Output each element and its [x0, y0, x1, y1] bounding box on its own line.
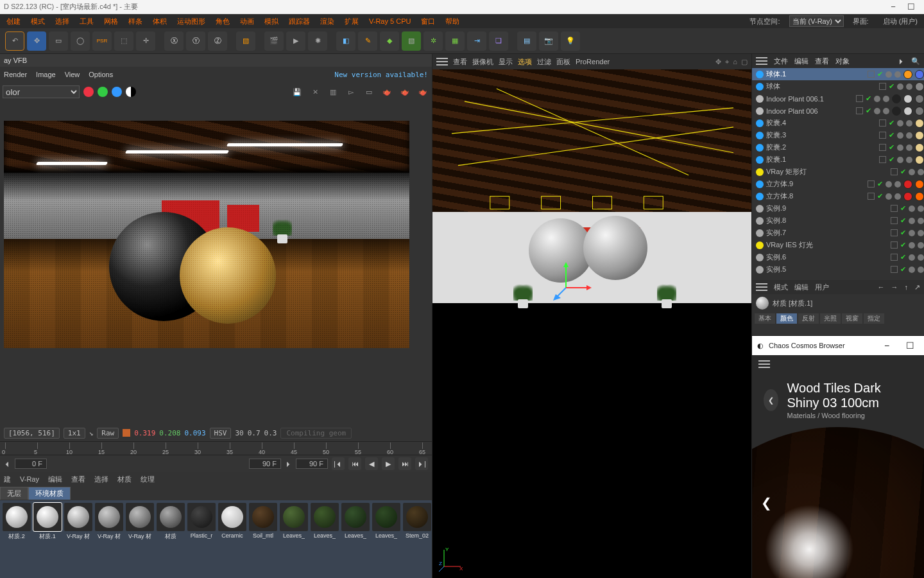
render-output-image[interactable] [4, 121, 409, 348]
material-cell[interactable]: Stem_02 [403, 503, 431, 575]
editor-vis-dot[interactable] [909, 254, 915, 261]
material-cell[interactable]: V-Ray 材 [126, 503, 154, 575]
object-row[interactable]: 立方体.9 ✔ [752, 178, 924, 190]
material-cell[interactable]: Leaves_ [341, 503, 370, 575]
vp-home-icon[interactable]: ⌂ [733, 58, 737, 66]
tag-icon[interactable]: ❏ [489, 31, 508, 51]
editor-vis-dot[interactable] [874, 108, 880, 114]
frame-end-b[interactable]: 90 F [296, 459, 328, 469]
move-tool-icon[interactable]: ✥ [27, 31, 46, 51]
layer-toggle[interactable] [879, 83, 886, 90]
render-vis-dot[interactable] [918, 242, 924, 249]
render-vis-dot[interactable] [918, 267, 924, 273]
layer-toggle[interactable] [879, 156, 886, 163]
material-cell[interactable]: Leaves_ [280, 503, 308, 575]
editor-vis-dot[interactable] [909, 267, 915, 273]
goto-start-icon[interactable]: |⏴ [332, 457, 345, 470]
render-vis-dot[interactable] [906, 157, 912, 163]
matmenu-V-Ray[interactable]: V-Ray [20, 475, 39, 483]
play-fwd-icon[interactable]: ▶ [382, 457, 395, 470]
render-vis-dot[interactable] [918, 230, 924, 236]
visibility-toggle[interactable]: ✔ [889, 143, 894, 152]
render-settings-icon[interactable]: ✺ [308, 31, 327, 51]
cosmos-minimize-button[interactable]: − [878, 340, 896, 351]
object-row[interactable]: Indoor Plant 006.1 ✔ [752, 92, 924, 105]
material-tag-icon[interactable] [915, 155, 924, 164]
render-vis-dot[interactable] [918, 169, 924, 175]
matmenu-纹理[interactable]: 纹理 [141, 475, 155, 484]
visibility-toggle[interactable]: ✔ [889, 119, 894, 127]
goto-end-icon[interactable]: ⏵| [415, 457, 428, 470]
attr-back-icon[interactable]: ← [878, 283, 885, 291]
attr-up-icon[interactable]: ↑ [905, 283, 909, 291]
material-tag-icon[interactable] [915, 143, 924, 152]
render-region-icon[interactable]: ▶ [286, 31, 305, 51]
material-tag-icon[interactable] [903, 192, 912, 201]
material-tag-icon[interactable] [903, 180, 912, 189]
matmenu-材质[interactable]: 材质 [117, 475, 132, 484]
menu-工具[interactable]: 工具 [74, 17, 99, 26]
maximize-button[interactable]: ☐ [902, 2, 920, 12]
cosmos-hamburger-icon[interactable] [758, 363, 770, 365]
material-cell[interactable]: Plastic_r [187, 503, 216, 575]
layer-toggle[interactable] [856, 95, 863, 102]
menu-渲染[interactable]: 渲染 [315, 17, 339, 26]
scale-tool-icon[interactable]: ▭ [49, 31, 68, 51]
layer-toggle[interactable] [891, 241, 898, 249]
object-row[interactable]: 胶囊.1 ✔ [752, 153, 924, 166]
teapot-a-icon[interactable]: 🫖 [381, 85, 393, 98]
editor-vis-dot[interactable] [909, 206, 915, 212]
object-row[interactable]: 立方体.8 ✔ [752, 190, 924, 202]
timeline-ruler[interactable]: 05101520253035404550556065707580 [0, 441, 432, 455]
object-row[interactable]: VRay 矩形灯 ✔ [752, 166, 924, 178]
channel-alpha-icon[interactable] [126, 87, 136, 97]
attr-fwd-icon[interactable]: → [891, 283, 898, 291]
object-row[interactable]: Indoor Plant 006 ✔ [752, 105, 924, 117]
generator-icon[interactable]: ◆ [380, 31, 399, 51]
visibility-toggle[interactable]: ✔ [900, 253, 906, 261]
layer-toggle[interactable] [891, 205, 898, 212]
menu-帮助[interactable]: 帮助 [440, 17, 465, 26]
material-cell[interactable]: V-Ray 材 [95, 503, 123, 575]
psr-icon[interactable]: PSR [92, 31, 112, 51]
readout-curve-icon[interactable]: ↘ [89, 429, 94, 437]
material-tag-icon[interactable] [892, 107, 901, 116]
attr-tab-反射[interactable]: 反射 [798, 313, 819, 324]
layer-toggle[interactable] [868, 180, 875, 188]
layer-toggle[interactable] [891, 229, 898, 236]
crosshair-icon[interactable]: ✛ [136, 31, 155, 51]
render-vis-dot[interactable] [906, 120, 912, 127]
vp-menu-prorender[interactable]: ProRender [576, 58, 610, 66]
editor-vis-dot[interactable] [886, 181, 892, 188]
material-tag-icon[interactable] [915, 94, 924, 103]
material-cell[interactable]: Leaves_ [311, 503, 339, 575]
material-cell[interactable]: V-Ray 材 [64, 503, 92, 575]
material-tag-icon[interactable] [903, 107, 912, 116]
object-row[interactable]: 胶囊.3 ✔ [752, 129, 924, 141]
editor-vis-dot[interactable] [909, 230, 915, 236]
attr-hamburger-icon[interactable] [756, 286, 767, 288]
editor-vis-dot[interactable] [909, 242, 915, 249]
readout-space[interactable]: HSV [210, 428, 232, 439]
vp-menu-camera[interactable]: 摄像机 [472, 57, 493, 67]
editor-vis-dot[interactable] [897, 132, 903, 139]
render-vis-dot[interactable] [894, 181, 901, 188]
editor-vis-dot[interactable] [874, 96, 880, 102]
layer-toggle[interactable] [856, 107, 863, 114]
layer-toggle[interactable] [868, 71, 875, 78]
visibility-toggle[interactable]: ✔ [866, 107, 871, 115]
vp-max-icon[interactable]: ▢ [741, 58, 748, 66]
visibility-toggle[interactable]: ✔ [866, 94, 871, 103]
axis-x-icon[interactable]: Ⓧ [164, 31, 184, 51]
material-tag-icon[interactable] [915, 192, 924, 201]
object-row[interactable]: 球体.1 ✔ [752, 68, 924, 80]
cosmos-preview[interactable]: ❮ [752, 427, 924, 578]
channel-select[interactable]: olor [3, 85, 80, 98]
attr-tab-指定[interactable]: 指定 [864, 313, 884, 324]
menu-网格[interactable]: 网格 [99, 17, 123, 26]
material-tag-icon[interactable] [915, 119, 924, 128]
channel-r-icon[interactable] [83, 87, 94, 97]
object-row[interactable]: VRay IES 灯光 ✔ [752, 239, 924, 251]
visibility-toggle[interactable]: ✔ [877, 192, 883, 200]
visibility-toggle[interactable]: ✔ [877, 70, 883, 78]
